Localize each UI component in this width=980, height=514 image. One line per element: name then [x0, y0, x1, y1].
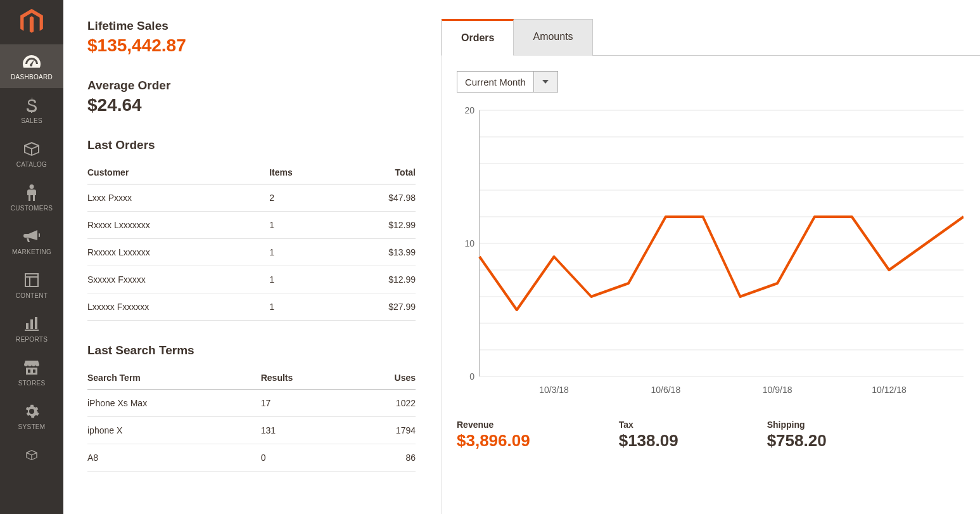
- nav-item-content[interactable]: CONTENT: [0, 263, 63, 307]
- table-row[interactable]: Lxxxxx Fxxxxxx1$27.99: [87, 293, 416, 321]
- nav-label: CUSTOMERS: [11, 205, 53, 212]
- box-icon: [24, 141, 39, 157]
- cell-items: 1: [269, 293, 336, 321]
- nav-item-customers[interactable]: CUSTOMERS: [0, 176, 63, 219]
- average-order-value: $24.64: [87, 95, 416, 115]
- cell-total: $12.99: [336, 266, 416, 293]
- gear-icon: [24, 403, 39, 420]
- shipping-value: $758.20: [767, 431, 827, 451]
- cell-uses: 86: [354, 444, 416, 472]
- col-term: Search Term: [87, 366, 261, 390]
- svg-text:10/9/18: 10/9/18: [763, 385, 792, 395]
- last-orders-title: Last Orders: [87, 138, 416, 152]
- table-row[interactable]: Lxxx Pxxxx2$47.98: [87, 184, 416, 212]
- cell-items: 1: [269, 239, 336, 266]
- tax-label: Tax: [619, 420, 678, 430]
- megaphone-icon: [23, 228, 40, 245]
- nav-item-reports[interactable]: REPORTS: [0, 307, 63, 350]
- sidebar: DASHBOARD SALES CATALOG CUSTOMERS MARKET…: [0, 0, 63, 514]
- metric-tax: Tax $138.09: [619, 420, 678, 451]
- svg-text:10/3/18: 10/3/18: [539, 385, 569, 395]
- col-total: Total: [336, 161, 416, 184]
- nav-item-marketing[interactable]: MARKETING: [0, 219, 63, 263]
- cell-total: $47.98: [336, 184, 416, 212]
- cell-term: iphone X: [87, 417, 261, 444]
- cell-uses: 1794: [354, 417, 416, 444]
- nav-label: SYSTEM: [18, 423, 46, 430]
- cell-results: 131: [261, 417, 354, 444]
- svg-text:10/12/18: 10/12/18: [872, 385, 907, 395]
- cell-customer: Rxxxxx Lxxxxxx: [87, 239, 269, 266]
- cell-results: 17: [261, 390, 354, 417]
- col-uses: Uses: [354, 366, 416, 390]
- table-row[interactable]: Rxxxxx Lxxxxxx1$13.99: [87, 239, 416, 266]
- cube-icon: [24, 447, 39, 463]
- chart-icon: [25, 316, 39, 332]
- last-search-title: Last Search Terms: [87, 344, 416, 357]
- metric-revenue: Revenue $3,896.09: [457, 420, 530, 451]
- table-row[interactable]: Rxxxx Lxxxxxxx1$12.99: [87, 212, 416, 239]
- nav-item-catalog[interactable]: CATALOG: [0, 132, 63, 176]
- cell-uses: 1022: [354, 390, 416, 417]
- shipping-label: Shipping: [767, 420, 827, 430]
- caret-down-icon: [542, 80, 549, 84]
- cell-term: iPhone Xs Max: [87, 390, 261, 417]
- summary-metrics: Revenue $3,896.09 Tax $138.09 Shipping $…: [457, 420, 965, 451]
- cell-items: 1: [269, 266, 336, 293]
- lifetime-sales-block: Lifetime Sales $135,442.87: [87, 19, 416, 56]
- left-column: Lifetime Sales $135,442.87 Average Order…: [87, 19, 441, 514]
- dropdown-toggle-button[interactable]: [533, 72, 557, 92]
- logo-area[interactable]: [0, 0, 63, 44]
- cell-customer: Lxxx Pxxxx: [87, 184, 269, 212]
- revenue-label: Revenue: [457, 420, 530, 430]
- cell-total: $13.99: [336, 239, 416, 266]
- col-customer: Customer: [87, 161, 269, 184]
- chart-area: Current Month 0102010/3/1810/6/1810/9/18…: [442, 56, 980, 451]
- orders-line-chart: 0102010/3/1810/6/1810/9/1810/12/18: [457, 104, 964, 402]
- nav-label: SALES: [21, 117, 42, 124]
- right-column: Orders Amounts Current Month 0102010/3/1…: [441, 19, 980, 514]
- main-content: Lifetime Sales $135,442.87 Average Order…: [63, 0, 980, 514]
- metric-shipping: Shipping $758.20: [767, 420, 827, 451]
- person-icon: [27, 184, 36, 201]
- svg-text:10: 10: [464, 238, 474, 248]
- chart-tabs: Orders Amounts: [442, 19, 980, 56]
- cell-customer: Lxxxxx Fxxxxxx: [87, 293, 269, 321]
- cell-results: 0: [261, 444, 354, 472]
- nav-label: CATALOG: [16, 161, 47, 168]
- cell-customer: Sxxxxx Fxxxxx: [87, 266, 269, 293]
- table-row[interactable]: iPhone Xs Max171022: [87, 390, 416, 417]
- lifetime-sales-value: $135,442.87: [87, 35, 416, 56]
- table-row[interactable]: Sxxxxx Fxxxxx1$12.99: [87, 266, 416, 293]
- dollar-icon: [27, 97, 37, 113]
- period-dropdown[interactable]: Current Month: [457, 71, 558, 93]
- nav-item-system[interactable]: SYSTEM: [0, 394, 63, 438]
- col-results: Results: [261, 366, 354, 390]
- cell-total: $27.99: [336, 293, 416, 321]
- dashboard-icon: [23, 53, 41, 70]
- last-orders-table: Customer Items Total Lxxx Pxxxx2$47.98Rx…: [87, 161, 416, 321]
- nav-item-extensions[interactable]: [0, 438, 63, 471]
- svg-text:20: 20: [464, 105, 474, 115]
- table-row[interactable]: iphone X1311794: [87, 417, 416, 444]
- nav-label: DASHBOARD: [11, 74, 53, 80]
- nav-label: MARKETING: [12, 248, 51, 255]
- revenue-value: $3,896.09: [457, 431, 530, 451]
- table-row[interactable]: A8086: [87, 444, 416, 472]
- tax-value: $138.09: [619, 431, 678, 451]
- tab-amounts[interactable]: Amounts: [514, 19, 592, 56]
- magento-logo-icon: [20, 9, 44, 35]
- tab-orders[interactable]: Orders: [442, 19, 514, 56]
- cell-total: $12.99: [336, 212, 416, 239]
- cell-items: 2: [269, 184, 336, 212]
- cell-items: 1: [269, 212, 336, 239]
- nav-item-dashboard[interactable]: DASHBOARD: [0, 44, 63, 88]
- nav-label: REPORTS: [16, 336, 48, 343]
- cell-term: A8: [87, 444, 261, 472]
- nav-item-sales[interactable]: SALES: [0, 88, 63, 132]
- nav-item-stores[interactable]: STORES: [0, 350, 63, 394]
- period-selected: Current Month: [457, 77, 533, 87]
- stores-icon: [24, 359, 39, 376]
- last-search-table: Search Term Results Uses iPhone Xs Max17…: [87, 366, 416, 472]
- average-order-block: Average Order $24.64: [87, 79, 416, 115]
